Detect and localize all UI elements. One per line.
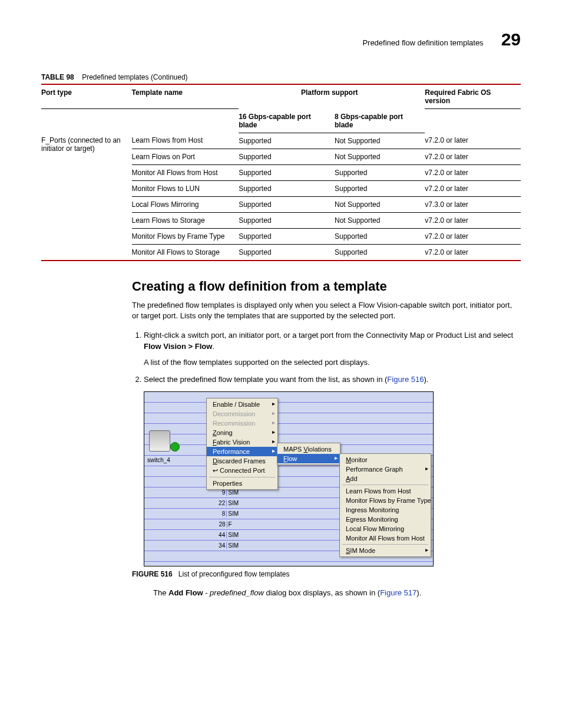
table-label-text: Predefined templates (Continued) — [82, 73, 187, 81]
cell-template: Local Flows Mirroring — [132, 196, 239, 212]
page-header: Predefined flow definition templates 29 — [41, 29, 521, 50]
cell-pb8: Not Supported — [335, 212, 425, 228]
mi-connected-port[interactable]: ↩ Connected Port — [207, 466, 277, 476]
cell-template: Monitor Flows by Frame Type — [132, 228, 239, 244]
mi-performance-graph[interactable]: Performance Graph — [340, 465, 431, 474]
col-16gbps: 16 Gbps-capable port blade — [239, 109, 335, 133]
port-row: 34SIM — [215, 541, 239, 551]
mi-egress-monitoring[interactable]: Egress Monitoring — [340, 515, 431, 524]
mi-learn-flows-from-host[interactable]: Learn Flows from Host — [340, 486, 431, 496]
port-row: 44SIM — [215, 530, 239, 541]
col-template-name: Template name — [132, 84, 239, 109]
cell-pb8: Supported — [335, 164, 425, 180]
intro-paragraph: The predefined flow templates is display… — [132, 300, 521, 322]
cell-pb16: Supported — [239, 133, 335, 149]
mi-maps-violations[interactable]: MAPS Violations — [277, 444, 340, 454]
port-row: 28F — [215, 519, 239, 530]
cell-pb16: Supported — [239, 212, 335, 228]
cell-os: v7.2.0 or later — [425, 133, 521, 149]
mi-properties[interactable]: Properties — [207, 479, 277, 488]
cell-pb16: Supported — [239, 149, 335, 164]
cell-template: Monitor Flows to LUN — [132, 180, 239, 196]
chapter-number: 29 — [501, 29, 521, 50]
mi-ingress-monitoring[interactable]: Ingress Monitoring — [340, 505, 431, 515]
mi-monitor[interactable]: Monitor — [340, 455, 431, 465]
port-row: 22SIM — [215, 498, 239, 509]
mi-flow[interactable]: Flow — [277, 454, 340, 463]
cell-os: v7.2.0 or later — [425, 149, 521, 164]
cell-pb8: Not Supported — [335, 133, 425, 149]
cell-os: v7.2.0 or later — [425, 228, 521, 244]
cell-pb16: Supported — [239, 180, 335, 196]
cell-os: v7.2.0 or later — [425, 244, 521, 261]
mi-fabric-vision[interactable]: Fabric Vision — [207, 437, 277, 447]
cell-pb8: Supported — [335, 228, 425, 244]
port-row: 8SIM — [215, 509, 239, 519]
table-label-prefix: TABLE 98 — [41, 73, 74, 81]
figure-516-caption: FIGURE 516 List of preconfigured flow te… — [132, 570, 521, 578]
cell-pb16: Supported — [239, 196, 335, 212]
cell-pb8: Not Supported — [335, 196, 425, 212]
col-platform-support: Platform support — [239, 84, 425, 109]
switch-icon — [149, 430, 170, 452]
switch-label: switch_4 — [147, 457, 170, 463]
mi-local-flow-mirroring[interactable]: Local Flow Mirroring — [340, 524, 431, 533]
cell-pb16: Supported — [239, 164, 335, 180]
step-2: Select the predefined flow template you … — [144, 374, 521, 386]
mi-recommission: Recommission — [207, 419, 277, 428]
cell-os: v7.2.0 or later — [425, 180, 521, 196]
status-dot-icon — [170, 442, 180, 452]
step-1-sub: A list of the flow templates supported o… — [144, 357, 521, 368]
mi-zoning[interactable]: Zoning — [207, 428, 277, 437]
mi-monitor-flows-by-frame-type[interactable]: Monitor Flows by Frame Type — [340, 496, 431, 505]
cell-os: v7.2.0 or later — [425, 212, 521, 228]
col-required-os: Required Fabric OS version — [425, 84, 521, 109]
cell-template: Learn Flows to Storage — [132, 212, 239, 228]
mi-enable-disable[interactable]: Enable / Disable — [207, 400, 277, 409]
cell-template: Learn Flows on Port — [132, 149, 239, 164]
context-menu-level-1[interactable]: Enable / Disable Decommission Recommissi… — [206, 398, 278, 490]
predefined-templates-table: Port type Template name Platform support… — [41, 84, 521, 261]
mi-monitor-all-flows-from-host[interactable]: Monitor All Flows from Host — [340, 533, 431, 543]
context-menu-level-2[interactable]: MAPS Violations Flow — [277, 443, 340, 465]
cell-pb8: Supported — [335, 244, 425, 261]
cell-pb16: Supported — [239, 228, 335, 244]
mi-decommission: Decommission — [207, 409, 277, 419]
mi-discarded-frames[interactable]: Discarded Frames — [207, 456, 277, 466]
cell-template: Monitor All Flows from Host — [132, 164, 239, 180]
section-heading: Creating a flow definition from a templa… — [132, 279, 521, 294]
table-row: F_Ports (connected to an initiator or ta… — [41, 133, 521, 149]
table-caption: TABLE 98 Predefined templates (Continued… — [41, 73, 521, 81]
context-menu-level-3[interactable]: Monitor Performance Graph Add Learn Flow… — [339, 453, 431, 557]
col-8gbps: 8 Gbps-capable port blade — [335, 109, 425, 133]
cell-pb16: Supported — [239, 244, 335, 261]
figure-516-link[interactable]: Figure 516 — [387, 375, 424, 384]
cell-pb8: Not Supported — [335, 149, 425, 164]
col-port-type: Port type — [41, 84, 132, 109]
cell-pb8: Supported — [335, 180, 425, 196]
mi-performance[interactable]: Performance — [207, 447, 277, 456]
cell-template: Learn Flows from Host — [132, 133, 239, 149]
header-title: Predefined flow definition templates — [362, 38, 483, 47]
cell-os: v7.3.0 or later — [425, 196, 521, 212]
figure-516: switch_4 25SIMSISISISIEE9SIM22SIM8SIM28F… — [144, 391, 434, 566]
mi-sim-mode[interactable]: SIM Mode — [340, 546, 431, 555]
step-1: Right-click a switch port, an initiator … — [144, 330, 521, 368]
figure-517-link[interactable]: Figure 517 — [380, 588, 416, 597]
cell-port-type: F_Ports (connected to an initiator or ta… — [41, 133, 132, 261]
mi-add[interactable]: Add — [340, 474, 431, 483]
step-2-result: The Add Flow - predefined_flow dialog bo… — [153, 588, 521, 599]
cell-template: Monitor All Flows to Storage — [132, 244, 239, 261]
cell-os: v7.2.0 or later — [425, 164, 521, 180]
